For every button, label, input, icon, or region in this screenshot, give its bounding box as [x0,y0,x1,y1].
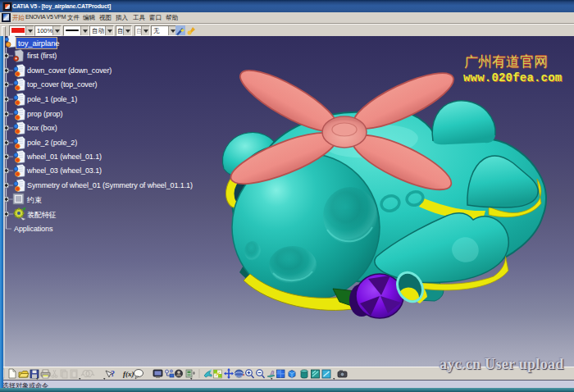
svg-text:?: ? [111,369,115,378]
svg-text:f(x): f(x) [123,370,134,378]
